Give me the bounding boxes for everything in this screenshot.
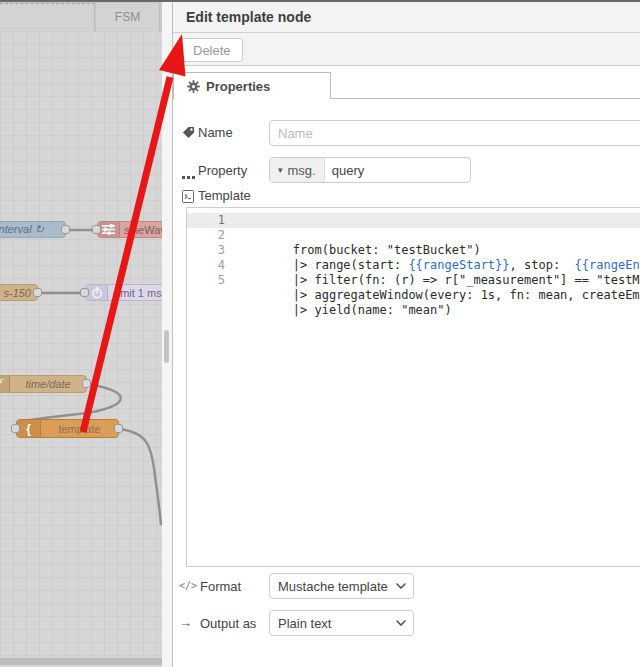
format-select-value: Mustache template bbox=[270, 579, 396, 594]
node-interval-label: interval ↻ bbox=[0, 222, 65, 237]
node-template-input-port[interactable] bbox=[11, 424, 20, 433]
window-top-border bbox=[0, 0, 640, 2]
node-limit[interactable]: limit 1 ms bbox=[85, 284, 162, 301]
node-timedate-output-port[interactable] bbox=[82, 379, 91, 388]
node-s150-label: s-150 bbox=[0, 285, 37, 300]
arrow-right-icon: → bbox=[179, 615, 192, 630]
stopwatch-icon bbox=[86, 285, 108, 300]
node-sinewave-label: sineWave bbox=[120, 222, 162, 237]
node-template[interactable]: { template bbox=[16, 419, 119, 438]
property-type-button[interactable]: ▾ msg. bbox=[270, 158, 325, 182]
editor-lines: 1 from(bucket: "testBucket") 2 |> range(… bbox=[187, 213, 640, 288]
line-number: 2 bbox=[187, 228, 225, 243]
property-typed-input[interactable]: ▾ msg. query bbox=[269, 157, 471, 183]
tab-properties[interactable]: Properties bbox=[173, 72, 331, 99]
tab-row-border bbox=[331, 98, 640, 99]
sinewave-icon bbox=[98, 222, 120, 237]
format-label: Format bbox=[200, 579, 241, 594]
node-limit-input-port[interactable] bbox=[80, 288, 89, 297]
flow-workspace: FSM interval ↻ sineWave s-150 limit 1 ms bbox=[0, 0, 162, 667]
ellipsis-icon bbox=[182, 166, 195, 184]
tag-icon bbox=[182, 125, 195, 143]
output-as-label: Output as bbox=[200, 616, 256, 631]
node-template-output-port[interactable] bbox=[114, 424, 123, 433]
code-line[interactable]: 2 |> range(start: {{rangeStart}}, stop: … bbox=[187, 228, 640, 243]
template-brace-icon: { bbox=[17, 420, 41, 437]
line-number: 3 bbox=[187, 243, 225, 258]
property-value[interactable]: query bbox=[325, 158, 365, 182]
workspace-tab-bar: FSM bbox=[0, 2, 162, 31]
flow-wires bbox=[0, 0, 162, 667]
code-line[interactable]: 4 |> aggregateWindow(every: 1s, fn: mean… bbox=[187, 258, 640, 273]
workspace-tab-fsm[interactable]: FSM bbox=[96, 3, 160, 31]
name-label: Name bbox=[198, 125, 233, 140]
workspace-tab-1[interactable] bbox=[0, 3, 95, 31]
node-timedate[interactable]: f time/date bbox=[0, 375, 87, 393]
chevron-down-icon bbox=[396, 620, 406, 626]
code-line[interactable]: 1 from(bucket: "testBucket") bbox=[187, 213, 640, 228]
code-text: |> aggregateWindow(every: 1s, fn: mean, … bbox=[293, 288, 640, 302]
code-brackets-icon: </> bbox=[179, 580, 197, 591]
chevron-down-icon bbox=[396, 583, 406, 589]
template-label: Template bbox=[198, 188, 251, 203]
node-timedate-label: time/date bbox=[10, 376, 86, 392]
node-sinewave[interactable]: sineWave bbox=[97, 221, 162, 238]
node-red-editor: { "flow": { "tab2_label": "FSM", "nodes"… bbox=[0, 0, 640, 667]
function-icon: f bbox=[0, 376, 10, 392]
node-sinewave-input-port[interactable] bbox=[92, 225, 101, 234]
line-number: 1 bbox=[187, 213, 225, 228]
code-line[interactable]: 5 |> yield(name: "mean") bbox=[187, 273, 640, 288]
code-text: |> yield(name: "mean") bbox=[293, 303, 452, 317]
format-select[interactable]: Mustache template bbox=[269, 573, 414, 599]
property-type-prefix: msg. bbox=[288, 163, 316, 178]
template-code-editor[interactable]: 1 from(bucket: "testBucket") 2 |> range(… bbox=[186, 207, 640, 567]
tray-toolbar: Delete bbox=[173, 33, 640, 66]
edit-tray: Edit template node Delete Properties bbox=[172, 0, 640, 667]
node-template-label: template bbox=[41, 420, 118, 437]
gear-icon bbox=[187, 80, 200, 93]
caret-down-icon: ▾ bbox=[278, 165, 283, 175]
name-input[interactable] bbox=[269, 120, 640, 146]
property-label: Property bbox=[198, 163, 247, 178]
output-as-select-value: Plain text bbox=[270, 616, 396, 631]
node-limit-label: limit 1 ms bbox=[108, 285, 162, 300]
code-line[interactable]: 3 |> filter(fn: (r) => r["_measurement"]… bbox=[187, 243, 640, 258]
line-number: 5 bbox=[187, 273, 225, 288]
tray-header: Edit template node bbox=[173, 2, 640, 33]
template-file-icon bbox=[182, 189, 194, 207]
vertical-scrollbar-thumb[interactable] bbox=[164, 330, 169, 363]
node-interval[interactable]: interval ↻ bbox=[0, 221, 66, 238]
panel-divider bbox=[162, 0, 172, 667]
delete-button[interactable]: Delete bbox=[181, 38, 243, 62]
node-interval-output-port[interactable] bbox=[61, 225, 70, 234]
tab-properties-label: Properties bbox=[206, 79, 270, 94]
workspace-bottom-scrollbar[interactable] bbox=[0, 658, 162, 665]
output-as-select[interactable]: Plain text bbox=[269, 610, 414, 636]
line-number: 4 bbox=[187, 258, 225, 273]
tray-title: Edit template node bbox=[173, 2, 640, 32]
node-s150-output-port[interactable] bbox=[33, 288, 42, 297]
